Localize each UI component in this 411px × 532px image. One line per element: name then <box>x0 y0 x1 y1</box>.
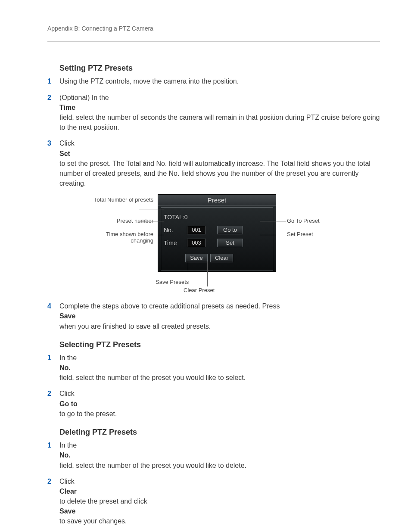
step-text: to set the preset. The Total and No. fie… <box>59 159 380 189</box>
callout-goto-preset: Go To Preset <box>287 218 320 224</box>
heading-deleting-ptz-presets: Deleting PTZ Presets <box>59 426 380 438</box>
bold-save: Save <box>59 312 75 320</box>
step-text: In the <box>59 440 380 450</box>
step-setting-1: Using the PTZ controls, move the camera … <box>47 76 380 86</box>
set-button[interactable]: Set <box>217 239 243 247</box>
step-text: field, select the number of the preset y… <box>59 460 380 470</box>
step-setting-2: (Optional) In the Time field, select the… <box>47 93 380 133</box>
clear-button[interactable]: Clear <box>210 254 233 262</box>
step-text: Click <box>59 476 380 486</box>
panel-title: Preset <box>158 195 276 205</box>
bold-no: No. <box>59 364 71 371</box>
step-deleting-1: In the No. field, select the number of t… <box>47 440 380 470</box>
heading-selecting-ptz-presets: Selecting PTZ Presets <box>59 339 380 350</box>
step-text: Click <box>59 138 380 148</box>
panel-time-value[interactable]: 003 <box>187 239 206 247</box>
step-text: to save your changes. <box>59 516 380 526</box>
bold-clear: Clear <box>59 488 77 495</box>
panel-no-label: No. <box>164 226 187 234</box>
bold-time: Time <box>59 104 75 111</box>
step-text: field, select the number of the preset y… <box>59 373 380 383</box>
step-setting-4: Complete the steps above to create addit… <box>47 301 380 331</box>
callout-clear-preset: Clear Preset <box>184 287 215 294</box>
step-selecting-1: In the No. field, select the number of t… <box>47 353 380 383</box>
step-text: to delete the preset and click <box>59 496 380 506</box>
panel-no-value[interactable]: 001 <box>187 226 206 234</box>
step-text: (Optional) In the <box>59 93 380 103</box>
step-text: Click <box>59 389 380 398</box>
panel-time-label: Time <box>164 239 187 247</box>
callout-total: Total Number of presets <box>93 197 153 203</box>
step-text: Using the PTZ controls, move the camera … <box>59 76 380 86</box>
heading-setting-ptz-presets: Setting PTZ Presets <box>59 62 380 74</box>
bold-set: Set <box>59 150 70 157</box>
preset-panel: Preset TOTAL:0 No. 001 Go to Time 003 <box>158 194 276 272</box>
panel-total-label: TOTAL:0 <box>164 213 188 221</box>
step-setting-3: Click Set to set the preset. The Total a… <box>47 138 380 188</box>
bold-save: Save <box>59 507 75 515</box>
preset-figure: Total Number of presets Preset number Ti… <box>93 194 334 293</box>
bold-no: No. <box>59 451 71 459</box>
callout-save-presets: Save Presets <box>156 279 189 286</box>
goto-button[interactable]: Go to <box>217 226 243 234</box>
save-button[interactable]: Save <box>185 254 208 262</box>
step-selecting-2: Click Go to to go to the preset. <box>47 389 380 419</box>
step-text: to go to the preset. <box>59 409 380 419</box>
callout-time: Time shown before changing <box>93 231 153 244</box>
step-text: Complete the steps above to create addit… <box>59 301 380 311</box>
bold-goto: Go to <box>59 400 78 408</box>
step-deleting-2: Click Clear to delete the preset and cli… <box>47 476 380 526</box>
step-text: field, select the number of seconds the … <box>59 112 380 132</box>
running-header: Appendix B: Connecting a PTZ Camera <box>47 24 380 42</box>
callout-set-preset: Set Preset <box>287 231 313 238</box>
step-text: In the <box>59 353 380 363</box>
step-text: when you are finished to save all create… <box>59 321 380 331</box>
